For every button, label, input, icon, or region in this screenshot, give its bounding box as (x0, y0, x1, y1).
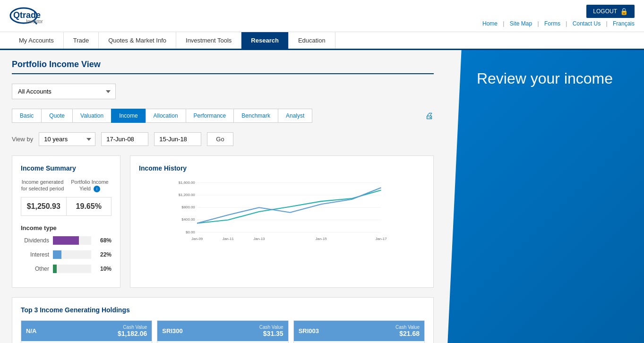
holding-2-ticker: SRI300 (162, 327, 182, 334)
svg-text:Jan-13: Jan-13 (253, 237, 265, 241)
main-nav: My Accounts Trade Quotes & Market Info I… (0, 32, 644, 50)
holding-1-ticker: N/A (26, 327, 36, 334)
svg-text:Jan-17: Jan-17 (375, 237, 386, 241)
viewby-row: View by 1 year 2 years 3 years 5 years 1… (12, 132, 434, 146)
period-select[interactable]: 1 year 2 years 3 years 5 years 10 years (39, 132, 95, 146)
date-from-input[interactable] (101, 132, 148, 146)
content-wrapper: Portfolio Income View All Accounts Basic… (0, 50, 644, 343)
other-label: Other (21, 266, 49, 272)
tab-analyst[interactable]: Analyst (278, 109, 312, 123)
dividends-bar-row: Dividends 68% (21, 236, 112, 245)
tab-benchmark[interactable]: Benchmark (233, 109, 278, 123)
holding-2-cash-value: $31.35 (259, 330, 283, 337)
holding-1-cash-label: Cash Value (118, 325, 147, 330)
banner-text: Review your income (477, 69, 613, 89)
holding-3-ticker: SRI003 (299, 327, 319, 334)
svg-text:$1,200.00: $1,200.00 (179, 193, 196, 197)
page-title: Portfolio Income View (12, 60, 434, 74)
logout-label: LOGOUT (593, 8, 617, 15)
holding-item-3: SRI003 Cash Value $21.68 MERITAS JANT...… (293, 320, 425, 343)
holding-1-header: N/A Cash Value $1,182.06 (21, 321, 152, 341)
home-link[interactable]: Home (482, 20, 498, 27)
dividends-track (53, 236, 91, 245)
sitemap-link[interactable]: Site Map (510, 20, 532, 27)
other-bar-row: Other 10% (21, 265, 112, 273)
income-history-card: Income History $1,600.00 $1,200.00 $800.… (130, 155, 434, 288)
holding-2-header: SRI300 Cash Value $31.35 (157, 321, 288, 341)
interest-pct: 22% (95, 251, 112, 258)
dividends-fill (53, 236, 79, 245)
svg-text:Investor: Investor (26, 19, 43, 24)
interest-track (53, 250, 91, 259)
account-selector: All Accounts (12, 84, 434, 99)
holdings-title: Top 3 Income Generating Holdings (21, 306, 425, 314)
tab-basic[interactable]: Basic (12, 109, 42, 123)
interest-label: Interest (21, 251, 49, 258)
interest-bar-row: Interest 22% (21, 250, 112, 259)
lock-icon: 🔒 (620, 8, 628, 15)
income-value: $1,250.93 (21, 197, 67, 215)
nav-quotes[interactable]: Quotes & Market Info (99, 32, 176, 49)
tab-quote[interactable]: Quote (41, 109, 73, 123)
print-icon[interactable]: 🖨 (425, 111, 434, 121)
cards-row: Income Summary Income generated for sele… (12, 155, 434, 288)
francais-link[interactable]: Français (613, 20, 635, 27)
contact-link[interactable]: Contact Us (573, 20, 601, 27)
logo-area: Qtrade Investor (9, 5, 71, 26)
dividends-label: Dividends (21, 237, 49, 244)
holding-3-name: MERITAS JANT... (294, 341, 424, 343)
holding-item-2: SRI300 Cash Value $31.35 OFM MM SR A... … (157, 320, 288, 343)
viewby-label: View by (12, 136, 33, 143)
header-nav-links: Home | Site Map | Forms | Contact Us | F… (479, 20, 635, 27)
nav-investment-tools[interactable]: Investment Tools (176, 32, 241, 49)
income-summary-card: Income Summary Income generated for sele… (12, 155, 120, 288)
svg-text:Qtrade: Qtrade (13, 10, 41, 20)
dividends-pct: 68% (95, 237, 112, 244)
date-to-input[interactable] (154, 132, 201, 146)
holding-2-name: OFM MM SR A... (157, 341, 288, 343)
nav-my-accounts[interactable]: My Accounts (9, 32, 64, 49)
holding-3-cash-value: $21.68 (395, 330, 420, 337)
summary-col2-label: Portfolio Income Yield i (68, 179, 112, 192)
header-right: LOGOUT 🔒 Home | Site Map | Forms | Conta… (479, 5, 635, 27)
income-summary-title: Income Summary (21, 164, 112, 172)
logout-button[interactable]: LOGOUT 🔒 (586, 5, 635, 18)
forms-link[interactable]: Forms (544, 20, 560, 27)
top-holdings-card: Top 3 Income Generating Holdings N/A Cas… (12, 297, 434, 343)
interest-fill (53, 250, 61, 259)
tab-valuation[interactable]: Valuation (72, 109, 112, 123)
holding-3-header: SRI003 Cash Value $21.68 (294, 321, 424, 341)
nav-trade[interactable]: Trade (64, 32, 99, 49)
sidebar-banner: Review your income (446, 50, 644, 343)
summary-values: $1,250.93 19.65% (21, 197, 112, 216)
nav-research[interactable]: Research (241, 32, 289, 49)
other-fill (53, 265, 57, 273)
summary-col1-label: Income generated for selected period (21, 179, 64, 192)
holding-1-name (21, 341, 152, 343)
holding-item-1: N/A Cash Value $1,182.06 Shares -- (21, 320, 152, 343)
svg-text:Jan-15: Jan-15 (316, 237, 327, 241)
other-pct: 10% (95, 266, 112, 272)
go-button[interactable]: Go (207, 132, 233, 146)
holdings-grid: N/A Cash Value $1,182.06 Shares -- (21, 320, 425, 343)
holding-2-cash-label: Cash Value (259, 325, 283, 330)
tabs-group: Basic Quote Valuation Income Allocation … (12, 109, 312, 123)
svg-text:$0.00: $0.00 (186, 230, 195, 234)
view-tabs: Basic Quote Valuation Income Allocation … (12, 109, 434, 123)
income-history-title: Income History (139, 164, 425, 172)
account-dropdown[interactable]: All Accounts (12, 84, 116, 99)
income-type-section: Income type Dividends 68% Interest (21, 224, 112, 273)
yield-value: 19.65% (67, 197, 112, 215)
svg-text:Jan-09: Jan-09 (191, 237, 203, 241)
income-chart-svg: $1,600.00 $1,200.00 $800.00 $400.00 $0.0… (139, 179, 425, 245)
main-content: Portfolio Income View All Accounts Basic… (0, 50, 446, 343)
nav-education[interactable]: Education (289, 32, 335, 49)
yield-info-icon[interactable]: i (94, 186, 100, 192)
tab-allocation[interactable]: Allocation (146, 109, 186, 123)
tab-income[interactable]: Income (111, 109, 146, 123)
top-header: Qtrade Investor LOGOUT 🔒 Home | Site Map… (0, 0, 644, 32)
tab-performance[interactable]: Performance (186, 109, 234, 123)
chart-container: $1,600.00 $1,200.00 $800.00 $400.00 $0.0… (139, 179, 425, 245)
svg-text:Jan-11: Jan-11 (223, 237, 234, 241)
holding-1-cash-value: $1,182.06 (118, 330, 147, 337)
